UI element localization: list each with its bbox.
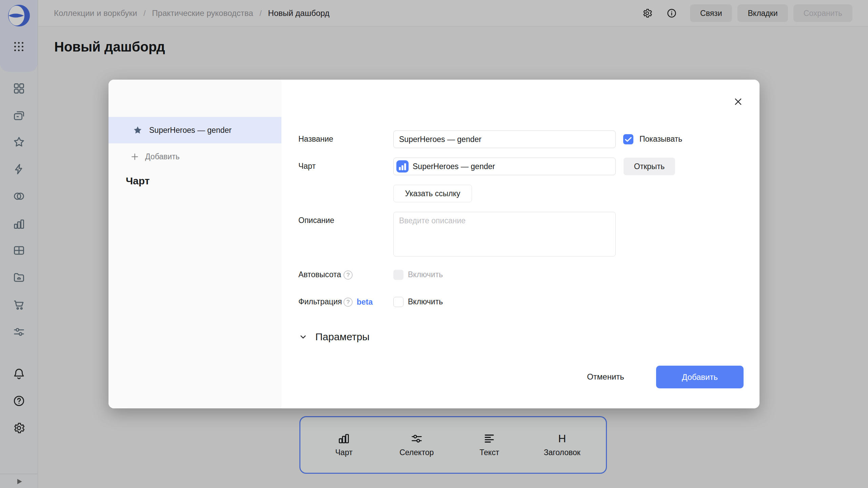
dashboard-editor-page: Коллекции и воркбуки / Практические руко…	[0, 0, 868, 488]
name-input[interactable]	[393, 130, 616, 148]
chart-value-input[interactable]	[413, 162, 615, 171]
filtering-field-label: Фильтрация	[298, 297, 342, 306]
description-field-label: Описание	[298, 216, 334, 225]
autoheight-toggle-label: Включить	[408, 270, 443, 279]
plus-icon	[130, 152, 139, 161]
params-label: Параметры	[315, 331, 370, 343]
close-dialog-button[interactable]	[732, 95, 745, 108]
chart-select-field[interactable]	[393, 158, 616, 175]
add-chart-dialog: Чарт SuperHeroes — gender Добавить Назва…	[108, 80, 760, 408]
show-title-label: Показывать	[639, 135, 682, 144]
add-chart-list-button[interactable]: Добавить	[108, 143, 281, 170]
chart-type-icon	[396, 160, 409, 172]
panel-title: Чарт	[126, 175, 150, 187]
close-icon	[733, 97, 743, 107]
description-textarea[interactable]	[393, 212, 616, 257]
open-chart-button[interactable]: Открыть	[624, 158, 675, 175]
autoheight-help-icon[interactable]: ?	[343, 270, 353, 280]
chart-list-item-selected[interactable]: SuperHeroes — gender	[108, 117, 281, 143]
add-chart-list-label: Добавить	[145, 152, 180, 161]
params-collapse-toggle[interactable]: Параметры	[298, 331, 370, 343]
chevron-down-icon	[298, 332, 308, 342]
add-button[interactable]: Добавить	[656, 366, 744, 388]
dialog-side-panel: Чарт SuperHeroes — gender Добавить	[108, 80, 281, 408]
filtering-toggle-label: Включить	[408, 297, 443, 306]
name-field-label: Название	[298, 135, 333, 144]
checkmark-icon	[623, 134, 633, 144]
star-filled-icon	[133, 125, 143, 135]
chart-list-item-label: SuperHeroes — gender	[149, 126, 232, 135]
filtering-help-icon[interactable]: ?	[343, 298, 353, 307]
filtering-checkbox[interactable]	[393, 297, 403, 307]
show-title-checkbox[interactable]	[623, 134, 633, 144]
cancel-button[interactable]: Отменить	[578, 368, 633, 386]
autoheight-checkbox[interactable]	[393, 270, 403, 280]
specify-link-button[interactable]: Указать ссылку	[393, 185, 472, 202]
chart-field-label: Чарт	[298, 162, 316, 171]
beta-badge: beta	[357, 298, 373, 307]
autoheight-field-label: Автовысота	[298, 270, 341, 279]
